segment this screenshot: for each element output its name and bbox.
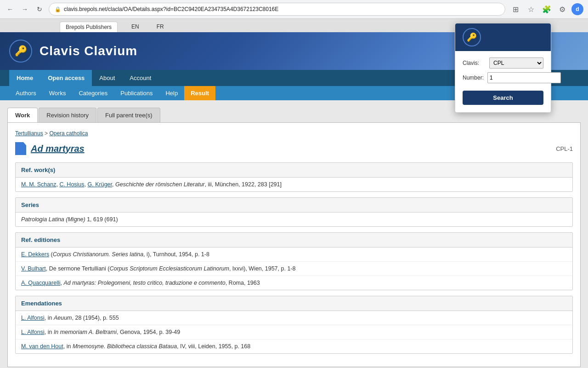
- nav-result[interactable]: Result: [184, 86, 215, 100]
- section-ref-editiones-title: Ref. editiones: [16, 233, 572, 247]
- nav-authors[interactable]: Authors: [9, 86, 43, 100]
- popup-clavis-row: Clavis: CPL CPG BHL BHG: [463, 58, 543, 69]
- ref-works-author2[interactable]: C. Hosius: [59, 181, 84, 188]
- tab-revision-history[interactable]: Revision history: [39, 108, 96, 122]
- bookmark-icon[interactable]: ☆: [525, 3, 537, 16]
- popup-logo: 🔑: [463, 28, 481, 46]
- emendationes-row-2: L. Alfonsi, in In memoriam A. Beltrami, …: [16, 325, 572, 339]
- nav-open-access[interactable]: Open access: [40, 70, 92, 86]
- work-title-area: Ad martyras CPL-1: [15, 142, 573, 155]
- browser-icons: ⊞ ☆ 🧩 ⚙ d: [509, 3, 583, 16]
- nav-about[interactable]: About: [92, 70, 122, 86]
- editiones-italic3: Ad martyras: Prolegomeni, testo critico,…: [63, 280, 225, 286]
- nav-publications[interactable]: Publications: [114, 86, 159, 100]
- work-title[interactable]: Ad martyras: [31, 144, 85, 154]
- editiones-row-2: V. Bulhart, De sermone Tertulliani (Corp…: [16, 262, 572, 276]
- popup-number-row: Number:: [463, 72, 543, 83]
- browser-chrome: ← → ↻ 🔒 clavis.brepols.net/clacla/OA/Det…: [0, 0, 588, 19]
- popup-clavis-select[interactable]: CPL CPG BHL BHG: [489, 58, 543, 69]
- nav-works[interactable]: Works: [43, 86, 73, 100]
- lang-fr[interactable]: FR: [153, 22, 168, 32]
- section-series-link[interactable]: Series: [21, 201, 39, 208]
- puzzle-icon[interactable]: ⚙: [556, 3, 569, 16]
- lock-icon: 🔒: [55, 6, 61, 12]
- editiones-author2[interactable]: V. Bulhart: [21, 265, 46, 272]
- nav-account[interactable]: Account: [122, 70, 158, 86]
- emendationes-italic1: Aeuum: [54, 315, 72, 321]
- popup-number-input[interactable]: [487, 72, 561, 83]
- forward-button[interactable]: →: [19, 4, 30, 15]
- reload-button[interactable]: ↻: [34, 4, 45, 15]
- breadcrumb-tertullianus[interactable]: Tertullianus: [15, 130, 43, 137]
- section-ref-works-title: Ref. work(s): [16, 163, 572, 178]
- ref-works-author1[interactable]: M. M. Schanz: [21, 181, 56, 188]
- url-text: clavis.brepols.net/clacla/OA/Details.asp…: [64, 6, 499, 12]
- ref-works-author3[interactable]: G. Krüger: [88, 181, 113, 188]
- section-ref-editiones-link[interactable]: Ref. editiones: [21, 236, 60, 243]
- editiones-italic2: Corpus Scriptorum Ecclesiasticorum Latin…: [109, 265, 229, 272]
- emendationes-author2[interactable]: L. Alfonsi: [21, 329, 45, 335]
- browser-toolbar: ← → ↻ 🔒 clavis.brepols.net/clacla/OA/Det…: [0, 0, 588, 18]
- emendationes-author3[interactable]: M. van den Hout: [21, 343, 63, 350]
- search-popup: 🔑 Clavis: CPL CPG BHL BHG Number: Search: [455, 23, 551, 113]
- logo-symbol: 🔑: [15, 45, 27, 57]
- site-logo[interactable]: 🔑: [9, 40, 32, 63]
- popup-number-label: Number:: [463, 75, 484, 81]
- editiones-row-3: A. Quacquarelli, Ad martyras: Prolegomen…: [16, 276, 572, 290]
- editiones-row-1: E. Dekkers (Corpus Christianorum. Series…: [16, 247, 572, 262]
- popup-header: 🔑: [455, 23, 551, 51]
- emendationes-italic2: In memoriam A. Beltrami: [54, 329, 117, 335]
- emendationes-author1[interactable]: L. Alfonsi: [21, 315, 45, 321]
- popup-form: Clavis: CPL CPG BHL BHG Number: Search: [463, 58, 543, 105]
- section-ref-works: Ref. work(s) M. M. Schanz, C. Hosius, G.…: [15, 162, 573, 192]
- series-row-1: Patrologia Latina (Migne) 1, 619 (691): [16, 213, 572, 226]
- content-body: Tertullianus > Opera catholica Ad martyr…: [7, 122, 581, 367]
- main-content: Work Revision history Full parent tree(s…: [0, 100, 588, 368]
- work-title-left: Ad martyras: [15, 142, 85, 155]
- section-series-title: Series: [16, 198, 572, 213]
- document-icon: [15, 142, 26, 155]
- popup-logo-symbol: 🔑: [467, 32, 477, 42]
- series-italic: Patrologia Latina (Migne): [21, 216, 85, 223]
- breadcrumb-opera-catholica[interactable]: Opera catholica: [49, 130, 88, 137]
- tab-full-parent-tree[interactable]: Full parent tree(s): [97, 108, 160, 122]
- ref-works-row-1: M. M. Schanz, C. Hosius, G. Krüger, Gesc…: [16, 178, 572, 191]
- editiones-author3[interactable]: A. Quacquarelli: [21, 280, 60, 286]
- translate-icon[interactable]: ⊞: [509, 3, 522, 16]
- extension-icon[interactable]: 🧩: [540, 3, 553, 16]
- section-series: Series Patrologia Latina (Migne) 1, 619 …: [15, 197, 573, 227]
- tab-work[interactable]: Work: [7, 108, 38, 122]
- back-button[interactable]: ←: [5, 4, 16, 15]
- section-emendationes-title: Emendationes: [16, 296, 572, 311]
- section-ref-editiones: Ref. editiones E. Dekkers (Corpus Christ…: [15, 232, 573, 290]
- section-ref-works-link[interactable]: Ref. work(s): [21, 167, 55, 173]
- breadcrumb-separator: >: [45, 130, 49, 137]
- popup-search-button[interactable]: Search: [463, 91, 543, 105]
- section-emendationes: Emendationes L. Alfonsi, in Aeuum, 28 (1…: [15, 296, 573, 354]
- emendationes-italic3: Mnemosyne. Bibliotheca classica Bataua: [73, 343, 177, 350]
- editiones-italic1: Corpus Christianorum. Series latina: [53, 251, 143, 258]
- emendationes-row-1: L. Alfonsi, in Aeuum, 28 (1954), p. 555: [16, 311, 572, 325]
- breadcrumb: Tertullianus > Opera catholica: [15, 130, 573, 137]
- address-bar[interactable]: 🔒 clavis.brepols.net/clacla/OA/Details.a…: [49, 3, 505, 16]
- site-title: Clavis Clavium: [40, 44, 137, 58]
- nav-categories[interactable]: Categories: [72, 86, 114, 100]
- publisher-tab[interactable]: Brepols Publishers: [60, 22, 118, 32]
- nav-home[interactable]: Home: [9, 70, 40, 86]
- popup-clavis-label: Clavis:: [463, 60, 486, 66]
- section-emendationes-link[interactable]: Emendationes: [21, 300, 62, 307]
- emendationes-row-3: M. van den Hout, in Mnemosyne. Bibliothe…: [16, 339, 572, 353]
- work-id: CPL-1: [556, 145, 573, 152]
- lang-en[interactable]: EN: [128, 22, 143, 32]
- profile-button[interactable]: d: [571, 3, 583, 15]
- ref-works-title-italic: Geschichte der römischen Literatur: [115, 181, 205, 188]
- editiones-author1[interactable]: E. Dekkers: [21, 251, 49, 258]
- nav-help[interactable]: Help: [159, 86, 184, 100]
